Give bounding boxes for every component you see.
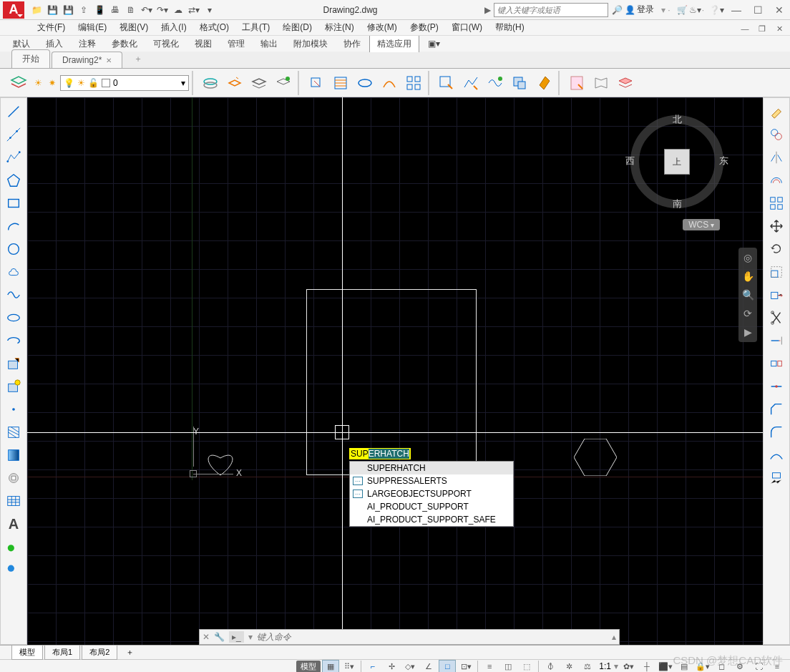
move-tool-icon[interactable]: [765, 215, 788, 237]
pan-icon[interactable]: ✋: [741, 269, 755, 283]
trim-icon[interactable]: [765, 307, 788, 328]
copy-icon[interactable]: [765, 124, 788, 145]
steering-wheel-icon[interactable]: ◎: [741, 250, 755, 265]
lock-ui-icon[interactable]: 🔒▾: [694, 660, 711, 672]
chamfer-icon[interactable]: [765, 399, 788, 420]
layer-states-icon[interactable]: [199, 72, 222, 94]
layer-properties-icon[interactable]: [7, 72, 30, 94]
mirror-icon[interactable]: [765, 147, 788, 168]
menu-dim[interactable]: 标注(N): [319, 20, 360, 35]
break-icon[interactable]: [765, 353, 788, 374]
viewcube-top[interactable]: 上: [664, 149, 690, 175]
line-icon[interactable]: [2, 101, 25, 122]
cmdline-history-icon[interactable]: ▴: [612, 632, 616, 642]
menu-draw[interactable]: 绘图(D): [277, 20, 318, 35]
app-menu-button[interactable]: A: [3, 1, 24, 19]
hardware-icon[interactable]: ⚙: [731, 660, 748, 672]
layout-add-button[interactable]: ＋: [119, 646, 141, 659]
customize-icon[interactable]: ≡: [769, 660, 786, 672]
zoom-icon[interactable]: 🔍: [741, 288, 755, 302]
blue-dot-icon[interactable]: [2, 559, 25, 580]
doc-minimize-button[interactable]: —: [737, 21, 753, 36]
broom-icon[interactable]: [532, 72, 555, 94]
ortho-toggle[interactable]: ⌐: [364, 660, 381, 672]
hatch-fill-icon[interactable]: [2, 422, 25, 443]
doc-tab-drawing2[interactable]: Drawing2*✕: [52, 52, 122, 68]
rectangle-icon[interactable]: [2, 193, 25, 214]
cycling-toggle[interactable]: ⬚: [518, 660, 535, 672]
autocomplete-item[interactable]: ⋯SUPPRESSALERTS: [350, 474, 513, 487]
layout-tab-1[interactable]: 布局1: [44, 646, 80, 660]
mobile-icon[interactable]: 📱: [93, 4, 106, 16]
polyline-icon[interactable]: [2, 147, 25, 168]
cmdline-close-icon[interactable]: ✕: [203, 632, 210, 642]
doc-restore-button[interactable]: ❐: [754, 21, 770, 36]
cloud-icon[interactable]: ☁: [172, 4, 185, 16]
2d-osnap-toggle[interactable]: ⊡▾: [457, 660, 474, 672]
menu-insert[interactable]: 插入(I): [155, 20, 192, 35]
undo-icon[interactable]: ↶▾: [140, 4, 153, 16]
menu-help[interactable]: 帮助(H): [489, 20, 530, 35]
block-editor-icon[interactable]: [508, 72, 531, 94]
cmdline-config-icon[interactable]: 🔧: [214, 632, 225, 642]
rtab-collab[interactable]: 协作: [336, 36, 368, 52]
arc-tool-icon[interactable]: [378, 72, 401, 94]
iso-toggle[interactable]: ◇▾: [401, 660, 419, 672]
explode-icon[interactable]: [765, 467, 788, 489]
print-icon[interactable]: 🖶: [109, 4, 122, 16]
close-button[interactable]: ✕: [771, 3, 787, 17]
offset-icon[interactable]: [765, 170, 788, 191]
command-line[interactable]: ✕ 🔧 ▸_ ▾ ▴: [199, 629, 620, 645]
orbit-icon[interactable]: ⟳: [741, 306, 755, 321]
saveall-icon[interactable]: 💾: [62, 4, 74, 16]
export-icon[interactable]: ⇪: [77, 4, 90, 16]
rtab-manage[interactable]: 管理: [220, 36, 252, 52]
login-link[interactable]: 登录: [637, 4, 654, 16]
isolate-icon[interactable]: ◻: [713, 660, 730, 672]
qat-more-icon[interactable]: ▾: [203, 4, 216, 16]
array-rect-icon[interactable]: [765, 193, 788, 214]
autocomplete-item[interactable]: AI_PRODUCT_SUPPORT: [350, 500, 513, 513]
cleanscreen-icon[interactable]: ⛶: [750, 660, 767, 672]
circle-icon[interactable]: [2, 238, 25, 260]
polygon-icon[interactable]: [2, 170, 25, 191]
autoscale-icon[interactable]: ⚖: [579, 660, 596, 672]
workspace-icon[interactable]: ✿▾: [620, 660, 637, 672]
join-icon[interactable]: [765, 376, 788, 397]
rtab-view[interactable]: 视图: [187, 36, 219, 52]
layer-sun-icon[interactable]: ☀: [31, 72, 44, 94]
edit-pline-icon[interactable]: [459, 72, 482, 94]
menu-modify[interactable]: 修改(M): [361, 20, 403, 35]
extend-icon[interactable]: [765, 330, 788, 351]
snap-toggle[interactable]: ⠿▾: [341, 660, 358, 672]
blend-icon[interactable]: [765, 444, 788, 466]
ellipse-arc-icon[interactable]: [2, 330, 25, 351]
layer-freeze-icon[interactable]: ✷: [46, 72, 59, 94]
wcs-badge[interactable]: WCS ▾: [683, 219, 720, 230]
rtab-addins[interactable]: 附加模块: [286, 36, 335, 52]
ellipse-icon[interactable]: [2, 307, 25, 328]
edit-spline-icon[interactable]: [484, 72, 507, 94]
minimize-button[interactable]: —: [728, 3, 744, 17]
annovisibility-icon[interactable]: ✲: [560, 660, 577, 672]
grid-toggle[interactable]: ▦: [322, 660, 339, 672]
layout-tab-model[interactable]: 模型: [11, 646, 43, 660]
point-icon[interactable]: [2, 399, 25, 420]
close-tab-icon[interactable]: ✕: [106, 57, 112, 64]
text-icon[interactable]: A: [2, 513, 25, 535]
polar-toggle[interactable]: ✢: [383, 660, 400, 672]
hatch-icon[interactable]: [329, 72, 352, 94]
search-icon[interactable]: 🔎: [611, 4, 624, 16]
redo-icon[interactable]: ↷▾: [156, 4, 169, 16]
command-input[interactable]: [257, 632, 608, 642]
rtab-visualize[interactable]: 可视化: [146, 36, 186, 52]
new-tab-button[interactable]: ＋: [124, 50, 152, 68]
search-input[interactable]: [497, 6, 605, 14]
rtab-output[interactable]: 输出: [253, 36, 285, 52]
layers-red-icon[interactable]: [614, 72, 637, 94]
share-icon[interactable]: ⇄▾: [187, 4, 200, 16]
autocomplete-item[interactable]: SUPERHATCH: [350, 462, 513, 474]
quickprops-icon[interactable]: ▤: [676, 660, 693, 672]
menu-tools[interactable]: 工具(T): [236, 20, 275, 35]
showmotion-icon[interactable]: ▶: [741, 325, 755, 339]
